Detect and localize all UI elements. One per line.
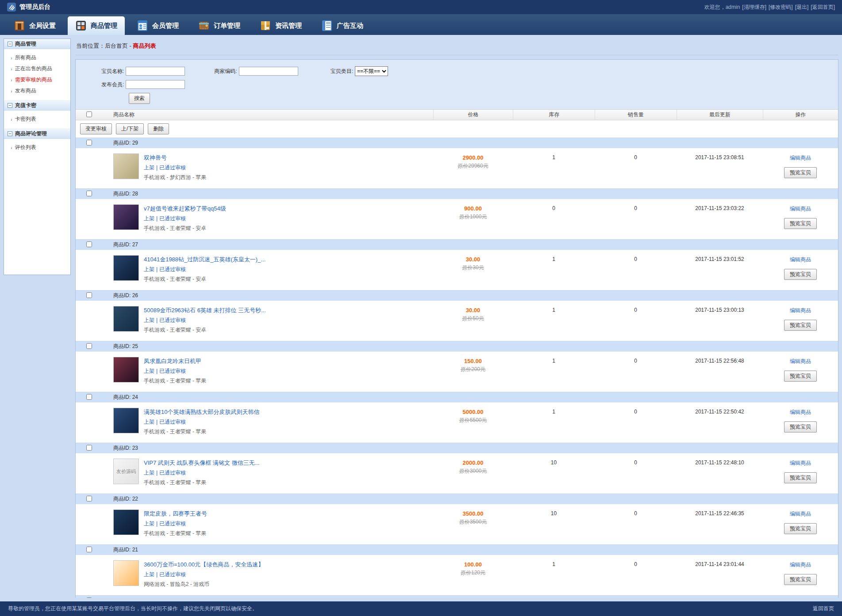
row-checkbox[interactable] <box>86 343 92 349</box>
status-audit-link[interactable]: 已通过审核 <box>159 470 186 476</box>
preview-product-button[interactable]: 预览宝贝 <box>784 167 817 178</box>
row-checkbox[interactable] <box>86 394 92 400</box>
edit-product-link[interactable]: 编辑商品 <box>790 561 811 569</box>
row-checkbox[interactable] <box>86 496 92 501</box>
select-all-checkbox[interactable] <box>86 111 92 117</box>
product-title-link[interactable]: 双神兽号 <box>144 154 206 162</box>
tab-news-management[interactable]: 资讯管理 <box>252 16 309 35</box>
search-button[interactable]: 搜索 <box>129 93 150 104</box>
product-thumbnail[interactable] <box>113 560 139 586</box>
product-title-link[interactable]: 满英雄10个英雄满熟练大部分皮肤武则天韩信 <box>144 408 259 416</box>
preview-product-button[interactable]: 预览宝贝 <box>784 371 817 382</box>
edit-product-link[interactable]: 编辑商品 <box>790 205 811 213</box>
tab-product-management[interactable]: 商品管理 <box>68 16 125 35</box>
tab-order-management[interactable]: 订单管理 <box>191 16 248 35</box>
row-checkbox[interactable] <box>86 140 92 145</box>
status-onsale-link[interactable]: 上架 <box>144 266 154 272</box>
preview-product-button[interactable]: 预览宝贝 <box>784 269 817 280</box>
product-block: 商品ID: 24 满英雄10个英雄满熟练大部分皮肤武则天韩信 上架|已通过审核 … <box>76 392 838 443</box>
change-password-link[interactable]: [修改密码] <box>769 4 793 11</box>
sidebar-item-review-list[interactable]: ›评价列表 <box>4 142 70 153</box>
status-onsale-link[interactable]: 上架 <box>144 368 154 374</box>
product-title-link[interactable]: VIP7 武则天 战队赛头像框 满铭文 微信三无... <box>144 459 259 467</box>
row-checkbox[interactable] <box>86 445 92 451</box>
status-onsale-link[interactable]: 上架 <box>144 215 154 222</box>
product-title-link[interactable]: 41041金1988钻_过防沉迷_五英雄(东皇太一)_... <box>144 256 265 264</box>
product-thumbnail[interactable] <box>113 306 139 332</box>
publish-member-input[interactable] <box>126 80 185 89</box>
status-audit-link[interactable]: 已通过审核 <box>159 368 186 374</box>
footer-back-home-link[interactable]: 返回首页 <box>813 605 834 612</box>
product-thumbnail[interactable] <box>113 357 139 383</box>
status-onsale-link[interactable]: 上架 <box>144 317 154 323</box>
product-name-input[interactable] <box>126 67 185 76</box>
sidebar-section-products[interactable]: 商品管理 <box>4 39 70 49</box>
row-checkbox[interactable] <box>86 191 92 196</box>
product-thumbnail[interactable] <box>113 153 139 179</box>
status-onsale-link[interactable]: 上架 <box>144 520 154 527</box>
product-title-link[interactable]: 3600万金币=100.00元【绿色商品，安全迅速】 <box>144 561 264 569</box>
edit-product-link[interactable]: 编辑商品 <box>790 154 811 162</box>
status-audit-link[interactable]: 已通过审核 <box>159 317 186 323</box>
preview-product-button[interactable]: 预览宝贝 <box>784 218 817 229</box>
toggle-shelf-button[interactable]: 上/下架 <box>116 123 144 134</box>
row-checkbox[interactable] <box>86 547 92 552</box>
logout-link[interactable]: [退出] <box>795 4 809 11</box>
product-title-link[interactable]: 50089金币2963钻石 6英雄 未打排位 三无号秒... <box>144 306 266 314</box>
tab-member-management[interactable]: 会员管理 <box>129 16 186 35</box>
sidebar-section-card-keys[interactable]: 充值卡密 <box>4 100 70 111</box>
back-home-link[interactable]: [返回首页] <box>811 4 835 11</box>
status-audit-link[interactable]: 已通过审核 <box>159 571 186 578</box>
sidebar-item-all-products[interactable]: ›所有商品 <box>4 52 70 63</box>
product-title-link[interactable]: 凤求凰白龙吟末日机甲 <box>144 357 206 365</box>
preview-product-button[interactable]: 预览宝贝 <box>784 320 817 331</box>
edit-product-link[interactable]: 编辑商品 <box>790 307 811 314</box>
product-title-link[interactable]: v7超值号谁来赶紧秒了带qq54级 <box>144 205 226 213</box>
status-onsale-link[interactable]: 上架 <box>144 419 154 425</box>
product-thumbnail[interactable]: 友价源码 <box>113 459 139 484</box>
merchant-code-input[interactable] <box>239 67 298 76</box>
edit-product-link[interactable]: 编辑商品 <box>790 409 811 416</box>
collapse-icon[interactable] <box>8 131 12 136</box>
category-select[interactable]: ==不限== <box>355 66 388 76</box>
preview-product-button[interactable]: 预览宝贝 <box>784 421 817 432</box>
sidebar-section-product-comments[interactable]: 商品评论管理 <box>4 129 70 139</box>
tab-global-settings[interactable]: 全局设置 <box>6 16 63 35</box>
product-thumbnail[interactable] <box>113 408 139 433</box>
status-audit-link[interactable]: 已通过审核 <box>159 419 186 425</box>
sidebar-item-onsale-products[interactable]: ›正在出售的商品 <box>4 63 70 74</box>
row-checkbox[interactable] <box>86 292 92 298</box>
preview-product-button[interactable]: 预览宝贝 <box>784 523 817 534</box>
sidebar-item-card-key-list[interactable]: ›卡密列表 <box>4 114 70 125</box>
preview-product-button[interactable]: 预览宝贝 <box>784 472 817 483</box>
delete-button[interactable]: 删除 <box>148 123 169 134</box>
status-audit-link[interactable]: 已通过审核 <box>159 266 186 272</box>
status-audit-link[interactable]: 已通过审核 <box>159 215 186 222</box>
status-onsale-link[interactable]: 上架 <box>144 470 154 476</box>
status-audit-link[interactable]: 已通过审核 <box>159 520 186 527</box>
collapse-icon[interactable] <box>8 42 12 46</box>
breadcrumb-home-link[interactable]: 后台首页 <box>105 42 128 49</box>
collapse-icon[interactable] <box>8 103 12 108</box>
product-id: 商品ID: 26 <box>102 292 838 299</box>
tab-ads-interaction[interactable]: 广告互动 <box>314 16 371 35</box>
status-onsale-link[interactable]: 上架 <box>144 571 154 578</box>
edit-product-link[interactable]: 编辑商品 <box>790 459 811 467</box>
preview-product-button[interactable]: 预览宝贝 <box>784 574 817 585</box>
status-onsale-link[interactable]: 上架 <box>144 165 154 171</box>
edit-product-link[interactable]: 编辑商品 <box>790 510 811 518</box>
change-audit-button[interactable]: 变更审核 <box>80 123 112 134</box>
edit-product-link[interactable]: 编辑商品 <box>790 358 811 365</box>
product-title-link[interactable]: 限定皮肤，四赛季王者号 <box>144 510 207 518</box>
clear-cache-link[interactable]: [清理缓存] <box>742 4 766 11</box>
row-checkbox[interactable] <box>86 597 92 598</box>
product-thumbnail[interactable] <box>113 204 139 230</box>
sidebar-item-pending-audit-products[interactable]: ›需要审核的商品 <box>4 74 70 85</box>
col-product-name: 商品名称 <box>102 110 433 120</box>
product-thumbnail[interactable] <box>113 255 139 281</box>
status-audit-link[interactable]: 已通过审核 <box>159 165 186 171</box>
row-checkbox[interactable] <box>86 241 92 247</box>
sidebar-item-publish-product[interactable]: ›发布商品 <box>4 85 70 96</box>
edit-product-link[interactable]: 编辑商品 <box>790 256 811 264</box>
product-thumbnail[interactable] <box>113 509 139 535</box>
